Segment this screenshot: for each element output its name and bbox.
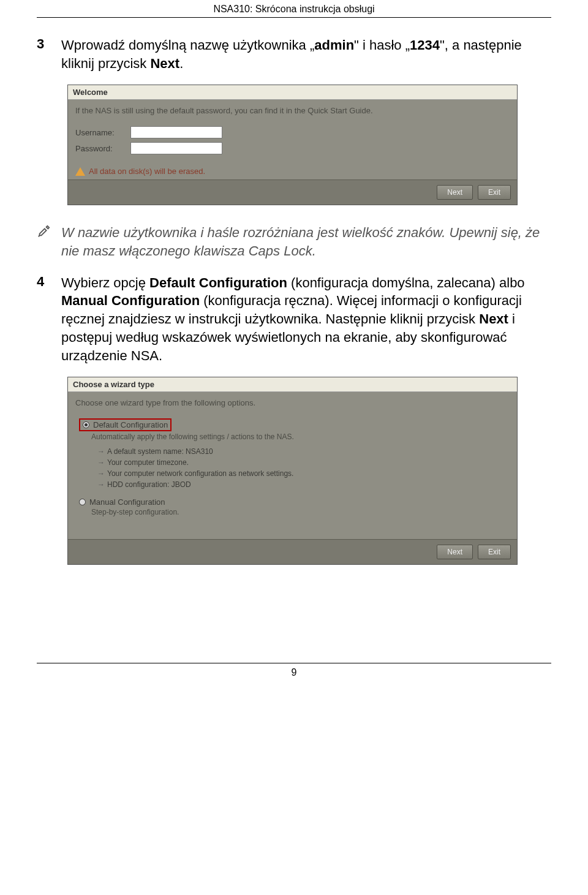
note: W nazwie użytkownika i haśle rozróżniana… [37,224,551,260]
arrow-icon: → [97,458,104,467]
step-number: 3 [37,36,61,52]
option-default-sub: Automatically apply the following settin… [91,432,510,441]
arrow-icon: → [97,447,104,456]
header-title: NSA310: Skrócona instrukcja obsługi [213,4,374,14]
arrow-icon: → [97,480,104,489]
default-settings-list: →A default system name: NSA310 →Your com… [97,447,510,489]
list-item: →Your computer network configuration as … [97,469,510,478]
step-text: Wybierz opcję Default Configuration (kon… [61,274,551,364]
option-default-config-label: Default Configuration [93,420,168,429]
step-3: 3 Wprowadź domyślną nazwę użytkownika „a… [37,36,551,72]
dialog-title: Welcome [68,85,517,100]
note-text: W nazwie użytkownika i haśle rozróżniana… [61,224,551,260]
step-4: 4 Wybierz opcję Default Configuration (k… [37,274,551,364]
list-item: →HDD configuration: JBOD [97,480,510,489]
username-label: Username: [75,128,130,137]
username-input[interactable] [130,126,222,138]
page-number: 9 [292,667,297,678]
warning-icon [75,167,85,176]
next-button[interactable]: Next [437,545,473,559]
warning-text: All data on disk(s) will be erased. [89,167,205,176]
radio-manual-config[interactable] [79,499,86,505]
password-label: Password: [75,144,130,153]
list-item: →Your computer timezone. [97,458,510,467]
next-button[interactable]: Next [437,185,473,200]
highlighted-option: Default Configuration [79,418,172,431]
option-manual-sub: Step-by-step configuration. [91,508,510,516]
page-footer: 9 [37,663,551,678]
option-manual-config-label: Manual Configuration [89,497,165,507]
radio-default-config[interactable] [83,421,89,428]
screenshot-wizard-type: Choose a wizard type Choose one wizard t… [67,377,518,565]
dialog-title: Choose a wizard type [68,377,517,392]
exit-button[interactable]: Exit [478,545,511,559]
dialog-subtitle: Choose one wizard type from the followin… [75,398,510,407]
step-number: 4 [37,274,61,290]
page-header: NSA310: Skrócona instrukcja obsługi [37,0,551,18]
password-input[interactable] [130,142,222,154]
list-item: →A default system name: NSA310 [97,447,510,456]
exit-button[interactable]: Exit [478,185,511,200]
screenshot-welcome: Welcome If the NAS is still using the de… [67,85,518,205]
arrow-icon: → [97,469,104,478]
step-text: Wprowadź domyślną nazwę użytkownika „adm… [61,36,551,72]
tools-icon [37,224,61,241]
dialog-subtitle: If the NAS is still using the default pa… [75,106,510,115]
